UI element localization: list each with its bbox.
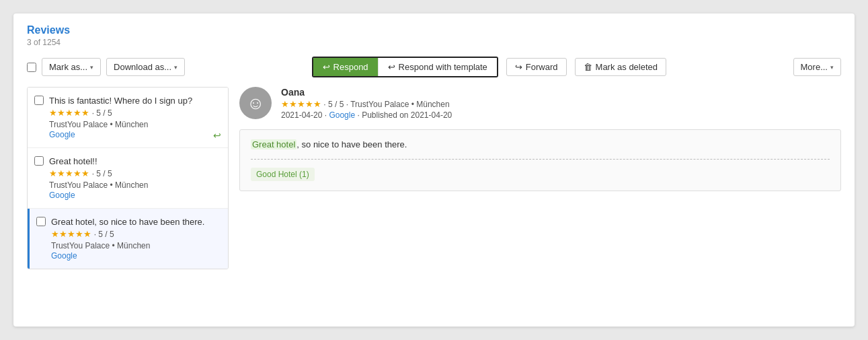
review-list: This is fantastic! Where do I sign up? ★…	[27, 87, 229, 269]
reply-icon: ↩	[323, 62, 330, 72]
review-content-box: Great hotel, so nice to have been there.…	[239, 129, 841, 191]
review-title-1: This is fantastic! Where do I sign up?	[49, 96, 220, 106]
highlight-text: Great hotel	[251, 139, 297, 149]
detail-stars: ★★★★★	[281, 99, 321, 109]
review-checkbox-2[interactable]	[34, 156, 44, 166]
chevron-down-icon-3: ▾	[830, 64, 834, 71]
review-checkbox-3[interactable]	[36, 217, 46, 226]
detail-source-link[interactable]: Google	[329, 110, 355, 120]
main-container: Reviews 3 of 1254 Mark as... ▾ Download …	[13, 13, 855, 327]
header-section: Reviews 3 of 1254	[27, 24, 841, 47]
trash-icon: 🗑	[584, 62, 592, 72]
toolbar-left: Mark as... ▾ Download as... ▾	[27, 58, 185, 76]
toolbar-right: More... ▾	[793, 58, 841, 76]
reviewer-date: 2021-04-20 · Google · Published on 2021-…	[281, 110, 841, 120]
review-rating-2: ★★★★★ · 5 / 5	[49, 168, 220, 178]
review-rating-1: ★★★★★ · 5 / 5	[49, 108, 220, 118]
page-title: Reviews	[27, 24, 841, 36]
source-link-2[interactable]: Google	[49, 191, 75, 200]
hotel-name-3: TrustYou Palace • München	[51, 241, 220, 250]
reviewer-name: Oana	[281, 87, 841, 98]
more-button[interactable]: More... ▾	[793, 58, 841, 76]
review-item-content-1: This is fantastic! Where do I sign up? ★…	[49, 96, 220, 139]
stars-icon-3: ★★★★★	[51, 229, 91, 239]
reviewer-header: ☺ Oana ★★★★★ · 5 / 5 · TrustYou Palace •…	[239, 87, 841, 120]
chevron-down-icon-2: ▾	[174, 64, 177, 71]
source-link-1[interactable]: Google	[49, 130, 75, 139]
list-item[interactable]: Great hotel, so nice to have been there.…	[28, 209, 228, 269]
template-icon: ↩	[388, 62, 395, 72]
respond-button[interactable]: ↩ Respond	[313, 58, 378, 76]
select-all-checkbox[interactable]	[27, 63, 36, 72]
forward-button[interactable]: ↪ Forward	[506, 58, 567, 76]
review-text: Great hotel, so nice to have been there.	[251, 139, 830, 149]
review-item-content-3: Great hotel, so nice to have been there.…	[51, 217, 220, 261]
review-divider	[251, 159, 830, 160]
reviews-count: 3 of 1254	[27, 38, 841, 47]
review-detail: ☺ Oana ★★★★★ · 5 / 5 · TrustYou Palace •…	[239, 87, 841, 269]
reviewer-info: Oana ★★★★★ · 5 / 5 · TrustYou Palace • M…	[281, 87, 841, 120]
review-title-2: Great hotel!!	[49, 156, 220, 166]
download-as-dropdown[interactable]: Download as... ▾	[106, 58, 185, 76]
hotel-name-2: TrustYou Palace • München	[49, 180, 220, 190]
review-item-content-2: Great hotel!! ★★★★★ · 5 / 5 TrustYou Pal…	[49, 156, 220, 200]
review-tag: Good Hotel (1)	[251, 168, 315, 181]
mark-as-dropdown[interactable]: Mark as... ▾	[42, 58, 101, 76]
list-item[interactable]: Great hotel!! ★★★★★ · 5 / 5 TrustYou Pal…	[28, 148, 228, 209]
source-link-3[interactable]: Google	[51, 251, 77, 261]
hotel-name-1: TrustYou Palace • München	[49, 120, 220, 129]
action-group: ↩ Respond ↩ Respond with template	[312, 57, 498, 77]
reviewer-meta: ★★★★★ · 5 / 5 · TrustYou Palace • Münche…	[281, 99, 841, 109]
avatar: ☺	[239, 87, 272, 119]
toolbar: Mark as... ▾ Download as... ▾ ↩ Respond …	[27, 57, 841, 77]
person-icon: ☺	[247, 94, 265, 112]
review-rating-3: ★★★★★ · 5 / 5	[51, 229, 220, 239]
respond-template-button[interactable]: ↩ Respond with template	[378, 58, 497, 76]
forward-icon: ↪	[515, 62, 522, 72]
content-area: This is fantastic! Where do I sign up? ★…	[27, 87, 841, 269]
stars-icon-1: ★★★★★	[49, 108, 89, 118]
mark-deleted-button[interactable]: 🗑 Mark as deleted	[575, 58, 667, 76]
list-item[interactable]: This is fantastic! Where do I sign up? ★…	[28, 88, 228, 148]
stars-icon-2: ★★★★★	[49, 168, 89, 178]
review-title-3: Great hotel, so nice to have been there.	[51, 217, 220, 227]
review-checkbox-1[interactable]	[34, 96, 44, 105]
replied-icon-1: ↩	[213, 130, 221, 141]
chevron-down-icon: ▾	[90, 64, 93, 71]
